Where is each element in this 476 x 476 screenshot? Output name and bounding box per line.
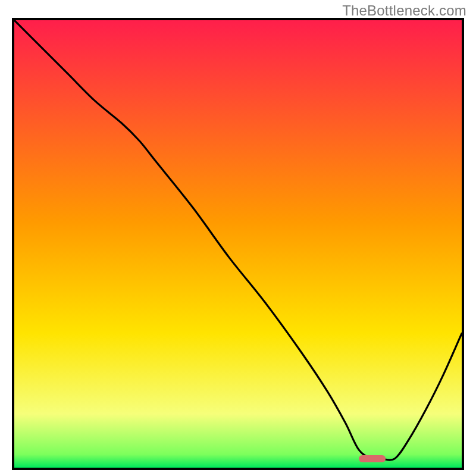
optimal-range-marker [359,455,386,462]
chart-canvas [14,20,462,468]
watermark-text: TheBottleneck.com [342,2,466,19]
